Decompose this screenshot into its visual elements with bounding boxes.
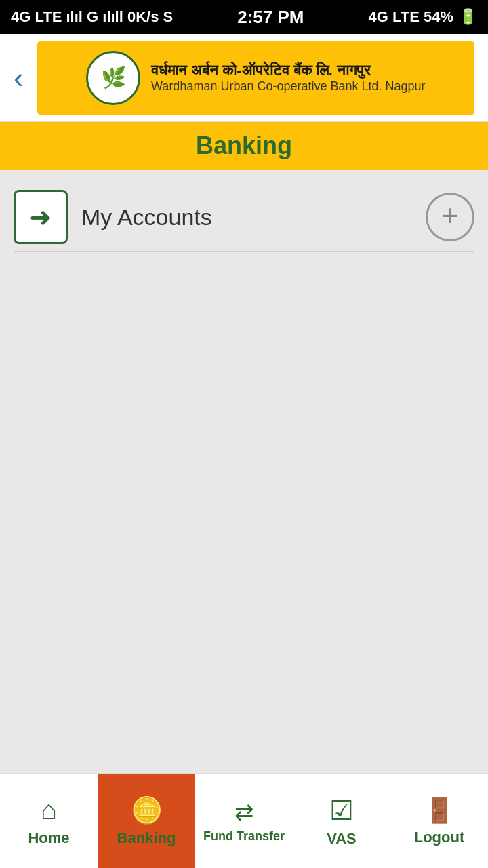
status-bar: 4G LTE ılıl G ılıll 0K/s S 2:57 PM 4G LT… bbox=[0, 0, 488, 34]
bank-logo-area: 🌿 वर्धमान अर्बन को-ऑपरेटिव बैंक लि. नागप… bbox=[37, 41, 474, 115]
status-left: 4G LTE ılıl G ılıll 0K/s S bbox=[11, 8, 173, 26]
status-time: 2:57 PM bbox=[237, 7, 304, 28]
vas-icon: ☑ bbox=[329, 795, 354, 826]
status-battery-text: 4G LTE 54% bbox=[368, 8, 453, 26]
back-button[interactable]: ‹ bbox=[14, 63, 24, 93]
bank-name-hindi: वर्धमान अर्बन को-ऑपरेटिव बैंक लि. नागपुर bbox=[151, 62, 371, 79]
my-accounts-icon-box[interactable]: ➜ bbox=[14, 190, 68, 244]
battery-icon: 🔋 bbox=[459, 8, 477, 26]
header: ‹ 🌿 वर्धमान अर्बन को-ऑपरेटिव बैंक लि. ना… bbox=[0, 34, 488, 122]
accounts-left: ➜ My Accounts bbox=[14, 190, 212, 244]
nav-item-banking[interactable]: 🪙 Banking bbox=[98, 774, 195, 868]
nav-item-logout[interactable]: 🚪 Logout bbox=[390, 774, 488, 868]
my-accounts-row: ➜ My Accounts + bbox=[14, 183, 474, 252]
nav-label-vas: VAS bbox=[327, 830, 357, 848]
nav-label-home: Home bbox=[28, 829, 69, 847]
logout-icon: 🚪 bbox=[424, 796, 455, 825]
bottom-nav: ⌂ Home 🪙 Banking ⇄ Fund Transfer ☑ VAS 🚪… bbox=[0, 773, 488, 868]
nav-label-logout: Logout bbox=[414, 829, 465, 846]
add-account-button[interactable]: + bbox=[426, 193, 474, 241]
content-area: ➜ My Accounts + bbox=[0, 170, 488, 773]
section-title: Banking bbox=[196, 132, 292, 160]
nav-item-fund-transfer[interactable]: ⇄ Fund Transfer bbox=[195, 774, 293, 868]
status-network-text: 4G LTE ılıl G ılıll 0K/s S bbox=[11, 8, 173, 26]
nav-item-home[interactable]: ⌂ Home bbox=[0, 774, 98, 868]
status-right: 4G LTE 54% 🔋 bbox=[368, 8, 477, 26]
bank-logo: 🌿 bbox=[86, 51, 140, 105]
fund-transfer-icon: ⇄ bbox=[235, 798, 253, 825]
plus-icon: + bbox=[441, 201, 459, 231]
bank-name-english: Wardhaman Urban Co-operative Bank Ltd. N… bbox=[151, 79, 426, 94]
nav-label-fund-transfer: Fund Transfer bbox=[203, 829, 285, 844]
arrow-icon: ➜ bbox=[29, 201, 52, 233]
bank-logo-icon: 🌿 bbox=[101, 66, 126, 90]
section-title-bar: Banking bbox=[0, 122, 488, 170]
nav-item-vas[interactable]: ☑ VAS bbox=[293, 774, 390, 868]
banking-icon: 🪙 bbox=[131, 795, 163, 825]
nav-label-banking: Banking bbox=[117, 829, 176, 847]
bank-name-container: वर्धमान अर्बन को-ऑपरेटिव बैंक लि. नागपुर… bbox=[151, 62, 426, 94]
home-icon: ⌂ bbox=[41, 795, 57, 825]
my-accounts-label: My Accounts bbox=[81, 204, 212, 231]
